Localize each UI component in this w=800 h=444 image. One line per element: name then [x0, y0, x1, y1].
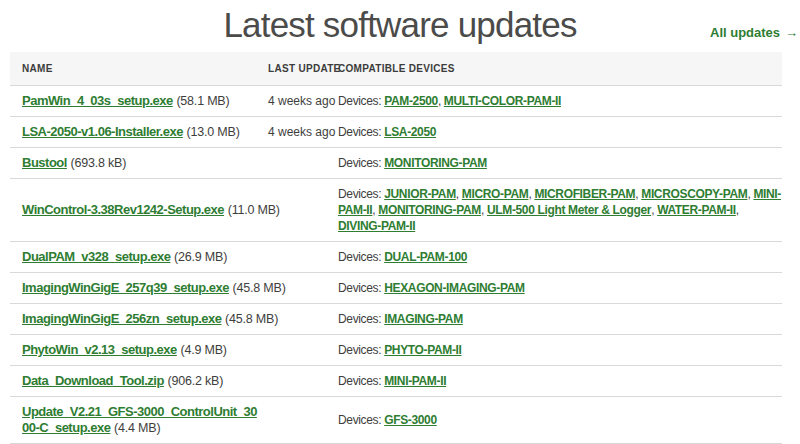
page-title: Latest software updates: [0, 0, 800, 45]
compatible-devices-cell: Devices: DUAL-PAM-100: [338, 242, 782, 273]
table-row: Data_Download_Tool.zip (906.2 kB) Device…: [10, 366, 782, 397]
compatible-devices-cell: Devices: JUNIOR-PAM, MICRO-PAM, MICROFIB…: [338, 179, 782, 242]
device-link[interactable]: MULTI-COLOR-PAM-II: [444, 94, 561, 108]
file-size: (4.4 MB): [114, 421, 160, 435]
device-link[interactable]: MINI-PAM-II: [384, 374, 446, 388]
file-name-cell: LSA-2050-v1.06-Installer.exe (13.0 MB): [10, 117, 268, 148]
device-link[interactable]: PHYTO-PAM-II: [384, 343, 461, 357]
file-download-link[interactable]: PamWin_4_03s_setup.exe: [22, 93, 173, 108]
last-update-cell: [268, 366, 338, 397]
table-row: Bustool (693.8 kB) Devices: MONITORING-P…: [10, 148, 782, 179]
device-link[interactable]: MONITORING-PAM: [384, 156, 487, 170]
table-row: PhytoWin_v2.13_setup.exe (4.9 MB) Device…: [10, 335, 782, 366]
last-update-cell: 4 weeks ago: [268, 117, 338, 148]
file-size: (4.9 MB): [180, 343, 226, 357]
device-link[interactable]: IMAGING-PAM: [384, 312, 463, 326]
all-updates-label: All updates: [710, 25, 780, 40]
file-size: (11.0 MB): [228, 203, 280, 217]
table-row: Update_V2.21_GFS-3000_ControlUnit_3000-C…: [10, 397, 782, 444]
file-size: (45.8 MB): [233, 281, 286, 295]
device-link[interactable]: MICROSCOPY-PAM: [641, 187, 747, 201]
device-link[interactable]: MICRO-PAM: [462, 187, 529, 201]
device-link[interactable]: GFS-3000: [384, 413, 437, 427]
file-size: (26.9 MB): [174, 250, 227, 264]
table-row: LSA-2050-v1.06-Installer.exe (13.0 MB) 4…: [10, 117, 782, 148]
compatible-devices-cell: Devices: IMAGING-PAM: [338, 304, 782, 335]
device-link[interactable]: DIVING-PAM-II: [338, 219, 415, 233]
devices-label: Devices:: [338, 156, 381, 170]
table-row: ImagingWinGigE_256zn_setup.exe (45.8 MB)…: [10, 304, 782, 335]
file-download-link[interactable]: Data_Download_Tool.zip: [22, 373, 164, 388]
file-name-cell: PamWin_4_03s_setup.exe (58.1 MB): [10, 86, 268, 117]
device-link[interactable]: DUAL-PAM-100: [384, 250, 467, 264]
devices-label: Devices:: [338, 187, 381, 201]
compatible-devices-cell: Devices: GFS-3000: [338, 397, 782, 444]
file-download-link[interactable]: WinControl-3.38Rev1242-Setup.exe: [22, 202, 224, 217]
column-header-compatible-devices: COMPATIBLE DEVICES: [338, 52, 782, 86]
compatible-devices-cell: Devices: PHYTO-PAM-II: [338, 335, 782, 366]
device-link[interactable]: PAM-2500: [384, 94, 438, 108]
device-link[interactable]: LSA-2050: [384, 125, 436, 139]
last-update-cell: [268, 335, 338, 366]
devices-label: Devices:: [338, 125, 381, 139]
devices-label: Devices:: [338, 374, 381, 388]
column-header-name: NAME: [10, 52, 268, 86]
file-download-link[interactable]: ImagingWinGigE_256zn_setup.exe: [22, 311, 221, 326]
file-name-cell: ImagingWinGigE_257q39_setup.exe (45.8 MB…: [10, 273, 268, 304]
file-download-link[interactable]: LSA-2050-v1.06-Installer.exe: [22, 124, 183, 139]
table-row: DualPAM_v328_setup.exe (26.9 MB) Devices…: [10, 242, 782, 273]
file-name-cell: ImagingWinGigE_256zn_setup.exe (45.8 MB): [10, 304, 268, 335]
file-size: (693.8 kB): [71, 156, 127, 170]
last-update-cell: [268, 242, 338, 273]
devices-label: Devices:: [338, 312, 381, 326]
device-link[interactable]: MONITORING-PAM: [378, 203, 481, 217]
file-size: (45.8 MB): [225, 312, 278, 326]
file-name-cell: Data_Download_Tool.zip (906.2 kB): [10, 366, 268, 397]
devices-label: Devices:: [338, 250, 381, 264]
file-name-cell: Update_V2.21_GFS-3000_ControlUnit_3000-C…: [10, 397, 268, 444]
file-download-link[interactable]: Bustool: [22, 155, 67, 170]
devices-label: Devices:: [338, 281, 381, 295]
compatible-devices-cell: Devices: HEXAGON-IMAGING-PAM: [338, 273, 782, 304]
software-updates-table: NAME LAST UPDATE COMPATIBLE DEVICES PamW…: [10, 52, 782, 444]
file-name-cell: Bustool (693.8 kB): [10, 148, 268, 179]
devices-label: Devices:: [338, 413, 381, 427]
last-update-cell: [268, 304, 338, 335]
table-row: WinControl-3.38Rev1242-Setup.exe (11.0 M…: [10, 179, 782, 242]
device-link[interactable]: WATER-PAM-II: [657, 203, 736, 217]
file-size: (13.0 MB): [187, 125, 240, 139]
device-link[interactable]: JUNIOR-PAM: [384, 187, 456, 201]
file-size: (906.2 kB): [168, 374, 224, 388]
compatible-devices-cell: Devices: LSA-2050: [338, 117, 782, 148]
column-header-last-update: LAST UPDATE: [268, 52, 338, 86]
compatible-devices-cell: Devices: MINI-PAM-II: [338, 366, 782, 397]
compatible-devices-cell: Devices: MONITORING-PAM: [338, 148, 782, 179]
table-row: PamWin_4_03s_setup.exe (58.1 MB) 4 weeks…: [10, 86, 782, 117]
table-header-row: NAME LAST UPDATE COMPATIBLE DEVICES: [10, 52, 782, 86]
table-row: ImagingWinGigE_257q39_setup.exe (45.8 MB…: [10, 273, 782, 304]
devices-label: Devices:: [338, 343, 381, 357]
devices-label: Devices:: [338, 94, 381, 108]
device-link[interactable]: HEXAGON-IMAGING-PAM: [384, 281, 524, 295]
last-update-cell: [268, 397, 338, 444]
file-name-cell: DualPAM_v328_setup.exe (26.9 MB): [10, 242, 268, 273]
file-download-link[interactable]: DualPAM_v328_setup.exe: [22, 249, 170, 264]
device-link[interactable]: ULM-500 Light Meter & Logger: [487, 203, 651, 217]
file-name-cell: PhytoWin_v2.13_setup.exe (4.9 MB): [10, 335, 268, 366]
software-updates-page: Latest software updates All updates→ NAM…: [0, 0, 800, 444]
file-name-cell: WinControl-3.38Rev1242-Setup.exe (11.0 M…: [10, 179, 268, 242]
file-download-link[interactable]: PhytoWin_v2.13_setup.exe: [22, 342, 177, 357]
file-size: (58.1 MB): [176, 94, 229, 108]
last-update-cell: 4 weeks ago: [268, 86, 338, 117]
compatible-devices-cell: Devices: PAM-2500, MULTI-COLOR-PAM-II: [338, 86, 782, 117]
device-link[interactable]: MICROFIBER-PAM: [534, 187, 635, 201]
last-update-cell: [268, 148, 338, 179]
file-download-link[interactable]: ImagingWinGigE_257q39_setup.exe: [22, 280, 229, 295]
updates-table-body: PamWin_4_03s_setup.exe (58.1 MB) 4 weeks…: [10, 86, 782, 444]
arrow-right-icon: →: [785, 25, 798, 40]
all-updates-link[interactable]: All updates→: [710, 25, 798, 40]
